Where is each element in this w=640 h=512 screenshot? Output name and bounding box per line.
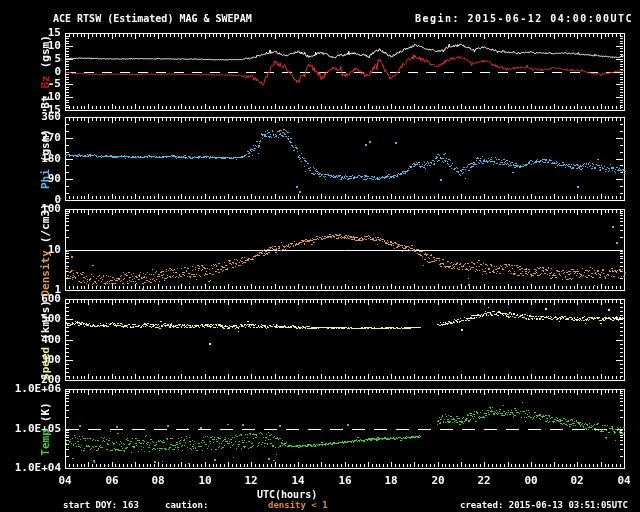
ace-rtsw-plot: ACE RTSW (Estimated) MAG & SWEPAM Begin:… (0, 0, 640, 512)
plot-canvas (0, 0, 640, 512)
